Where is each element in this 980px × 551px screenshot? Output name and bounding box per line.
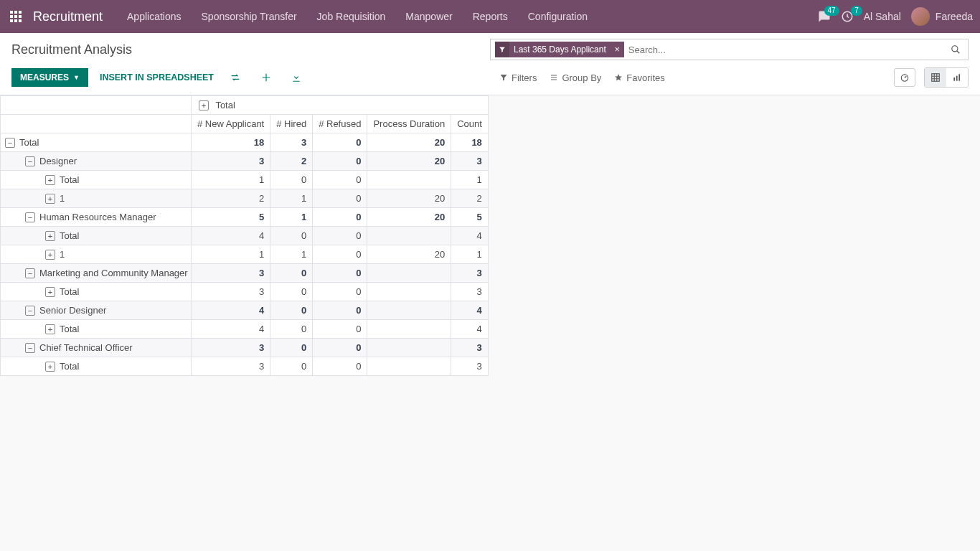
table-cell[interactable]: 20 [367, 189, 451, 208]
table-cell[interactable]: 1 [270, 189, 313, 208]
flip-axis-icon[interactable] [225, 70, 245, 85]
table-cell[interactable] [367, 320, 451, 339]
menu-sponsorship-transfer[interactable]: Sponsorship Transfer [192, 0, 307, 33]
table-cell[interactable]: 1 [451, 171, 489, 189]
table-cell[interactable]: 3 [270, 133, 313, 152]
menu-configuration[interactable]: Configuration [518, 0, 598, 33]
measure-header[interactable]: Process Duration [367, 115, 451, 133]
table-cell[interactable]: 1 [451, 245, 489, 264]
table-cell[interactable]: 0 [313, 357, 367, 376]
groupby-button[interactable]: Group By [550, 72, 601, 83]
insert-spreadsheet-button[interactable]: Insert in Spreadsheet [100, 72, 214, 83]
minus-icon[interactable]: − [25, 212, 35, 222]
plus-icon[interactable]: + [45, 250, 55, 260]
minus-icon[interactable]: − [25, 343, 35, 353]
table-cell[interactable] [367, 171, 451, 189]
table-cell[interactable]: 3 [192, 339, 270, 357]
table-cell[interactable]: 1 [192, 171, 270, 189]
measures-button[interactable]: Measures ▼ [11, 68, 88, 87]
table-cell[interactable]: 0 [313, 227, 367, 245]
menu-job-requisition[interactable]: Job Requisition [307, 0, 396, 33]
row-header[interactable]: +1 [1, 245, 192, 264]
table-cell[interactable]: 2 [192, 189, 270, 208]
apps-icon[interactable] [7, 8, 24, 25]
row-header[interactable]: +Total [1, 357, 192, 376]
table-cell[interactable]: 4 [451, 301, 489, 320]
table-cell[interactable]: 0 [270, 264, 313, 283]
row-header[interactable]: −Chief Technical Officer [1, 339, 192, 357]
row-header[interactable]: +Total [1, 283, 192, 301]
minus-icon[interactable]: − [5, 138, 15, 148]
table-cell[interactable]: 1 [270, 245, 313, 264]
table-cell[interactable]: 1 [192, 245, 270, 264]
table-cell[interactable]: 3 [192, 357, 270, 376]
activities-icon[interactable]: 7 [841, 10, 854, 23]
row-header[interactable]: −Human Resources Manager [1, 208, 192, 227]
pivot-col-group[interactable]: + Total [192, 96, 489, 115]
minus-icon[interactable]: − [25, 306, 35, 316]
table-cell[interactable]: 3 [451, 264, 489, 283]
row-header[interactable]: −Total [1, 133, 192, 152]
table-cell[interactable]: 3 [192, 283, 270, 301]
table-cell[interactable]: 3 [451, 357, 489, 376]
search-input[interactable] [628, 44, 948, 55]
table-cell[interactable]: 0 [313, 171, 367, 189]
table-cell[interactable]: 20 [367, 133, 451, 152]
table-cell[interactable]: 0 [270, 357, 313, 376]
table-cell[interactable]: 0 [270, 339, 313, 357]
minus-icon[interactable]: − [25, 156, 35, 166]
menu-reports[interactable]: Reports [463, 0, 518, 33]
table-cell[interactable]: 18 [451, 133, 489, 152]
table-cell[interactable]: 3 [192, 152, 270, 171]
row-header[interactable]: +Total [1, 227, 192, 245]
filters-button[interactable]: Filters [499, 72, 537, 83]
table-cell[interactable]: 2 [451, 189, 489, 208]
table-cell[interactable]: 0 [313, 264, 367, 283]
company-switcher[interactable]: Al Sahal [864, 11, 901, 22]
plus-icon[interactable]: + [45, 194, 55, 204]
dashboard-view-icon[interactable] [894, 68, 915, 87]
table-cell[interactable] [367, 339, 451, 357]
expand-all-icon[interactable] [257, 70, 275, 85]
table-cell[interactable]: 3 [451, 283, 489, 301]
measure-header[interactable]: # Refused [313, 115, 367, 133]
table-cell[interactable]: 20 [367, 152, 451, 171]
table-cell[interactable]: 4 [451, 320, 489, 339]
table-cell[interactable] [367, 301, 451, 320]
table-cell[interactable] [367, 227, 451, 245]
row-header[interactable]: −Senior Designer [1, 301, 192, 320]
table-cell[interactable]: 0 [313, 301, 367, 320]
table-cell[interactable]: 4 [192, 227, 270, 245]
messages-icon[interactable]: 47 [818, 10, 831, 23]
table-cell[interactable]: 3 [451, 152, 489, 171]
measure-header[interactable]: # New Applicant [192, 115, 270, 133]
row-header[interactable]: −Designer [1, 152, 192, 171]
table-cell[interactable] [367, 264, 451, 283]
table-cell[interactable]: 5 [192, 208, 270, 227]
plus-icon[interactable]: + [45, 287, 55, 297]
table-cell[interactable]: 0 [313, 152, 367, 171]
table-cell[interactable]: 20 [367, 208, 451, 227]
favorites-button[interactable]: Favorites [614, 72, 664, 83]
measure-header[interactable]: # Hired [270, 115, 313, 133]
measure-header[interactable]: Count [451, 115, 489, 133]
row-header[interactable]: +Total [1, 320, 192, 339]
menu-manpower[interactable]: Manpower [395, 0, 462, 33]
table-cell[interactable]: 0 [313, 245, 367, 264]
table-cell[interactable]: 0 [313, 133, 367, 152]
table-cell[interactable]: 0 [313, 320, 367, 339]
table-cell[interactable]: 3 [192, 264, 270, 283]
plus-icon[interactable]: + [45, 362, 55, 372]
table-cell[interactable]: 0 [270, 320, 313, 339]
row-header[interactable]: −Marketing and Community Manager [1, 264, 192, 283]
table-cell[interactable]: 0 [313, 208, 367, 227]
table-cell[interactable]: 1 [270, 208, 313, 227]
menu-applications[interactable]: Applications [117, 0, 192, 33]
app-brand[interactable]: Recruitment [33, 9, 103, 24]
table-cell[interactable]: 0 [270, 227, 313, 245]
pivot-view-icon[interactable] [925, 68, 946, 87]
table-cell[interactable]: 4 [192, 301, 270, 320]
download-icon[interactable] [287, 70, 306, 85]
search-bar[interactable]: Last 365 Days Applicant × [490, 39, 969, 60]
table-cell[interactable]: 0 [270, 301, 313, 320]
